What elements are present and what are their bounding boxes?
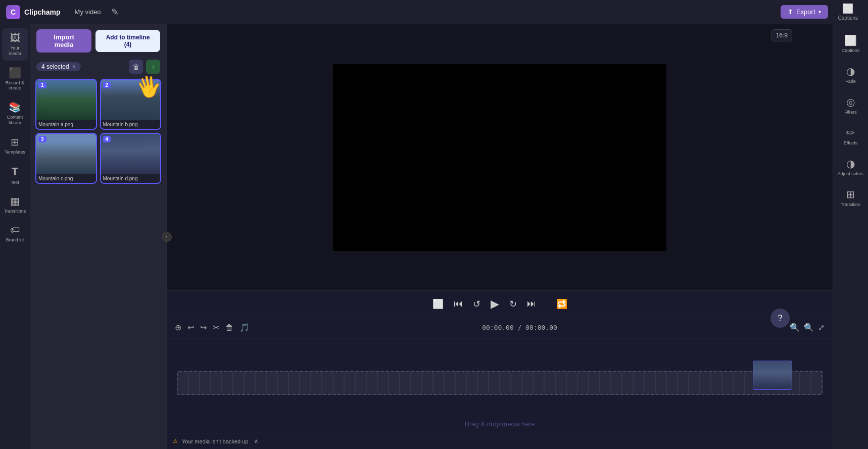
- play-button[interactable]: ▶: [491, 297, 499, 311]
- panel-wrapper: Import media Add to timeline (4) 4 selec…: [30, 24, 167, 449]
- right-tool-adjust-colors[interactable]: ◑ Adjust colors: [835, 154, 866, 180]
- fit-timeline-button[interactable]: ⤢: [818, 323, 825, 332]
- sidebar-label-your-media: Your media: [4, 45, 26, 57]
- selection-actions: 🗑 +: [129, 60, 160, 74]
- add-selection-button[interactable]: +: [146, 60, 160, 74]
- right-sidebar: ⬜ Captions ◑ Fade ◎ Filters ✏ Effects ◑ …: [833, 24, 868, 449]
- sidebar-item-transitions[interactable]: ▦ Transitions: [2, 191, 28, 218]
- logo-icon: C: [6, 5, 20, 19]
- media-grid: 1 Mountain a.png 2 Mountain b.png 3 Moun…: [30, 76, 166, 187]
- add-to-timeline-button[interactable]: Add to timeline (4): [95, 30, 160, 52]
- media-number-3: 3: [38, 136, 46, 142]
- media-item-3[interactable]: 3 Mountain c.png: [35, 133, 97, 184]
- right-tool-effects[interactable]: ✏ Effects: [835, 123, 866, 149]
- timeline-track-area: Drag & drop media here: [167, 338, 833, 433]
- app-logo: C Clipchamp: [6, 5, 61, 19]
- fade-tool-icon: ◑: [846, 65, 855, 77]
- effects-tool-icon: ✏: [846, 127, 855, 139]
- track-pattern: [178, 372, 822, 394]
- effects-tool-label: Effects: [844, 140, 857, 145]
- backup-warning-text: Your media isn't backed up: [182, 438, 248, 444]
- track-background[interactable]: [177, 371, 823, 395]
- rewind-button[interactable]: ↺: [473, 298, 480, 310]
- sidebar-item-text[interactable]: T Text: [2, 161, 28, 189]
- delete-button[interactable]: 🗑: [225, 323, 233, 332]
- right-tool-fade[interactable]: ◑ Fade: [835, 61, 866, 88]
- sidebar-item-brand[interactable]: 🏷 Brand kit: [2, 220, 28, 247]
- captions-icon: ⬜: [842, 3, 853, 14]
- fast-forward-button[interactable]: ↻: [509, 298, 517, 310]
- skip-forward-button[interactable]: ⏭: [527, 298, 536, 309]
- media-number-4: 4: [103, 136, 111, 142]
- time-display: 00:00.00 / 00:00.00: [482, 324, 557, 331]
- your-media-icon: 🖼: [10, 32, 20, 44]
- text-icon: T: [12, 165, 18, 178]
- captions-tool-label: Captions: [842, 48, 860, 53]
- clear-selection-button[interactable]: ×: [72, 63, 76, 70]
- center-content: 16:9 ⬜ ⏮ ↺ ▶ ↻ ⏭ 🔁 ⊕ ↩ ↪ ✂ 🗑 🎵: [167, 24, 833, 449]
- captions-tool[interactable]: ⬜ Captions: [834, 1, 862, 23]
- media-item-1[interactable]: 1 Mountain a.png: [35, 79, 97, 130]
- redo-button[interactable]: ↪: [200, 323, 207, 332]
- backup-dismiss-icon[interactable]: ∧: [254, 438, 258, 444]
- media-item-2[interactable]: 2 Mountain b.png: [100, 79, 162, 130]
- skip-back-button[interactable]: ⏮: [454, 298, 463, 309]
- sidebar-label-record-create: Record & create: [4, 80, 26, 91]
- sidebar-label-templates: Templates: [5, 149, 25, 155]
- drag-drop-hint: Drag & drop media here: [465, 420, 535, 428]
- panel-header: Import media Add to timeline (4): [30, 24, 166, 58]
- help-button[interactable]: ?: [770, 309, 790, 328]
- export-chevron: ▾: [818, 9, 821, 15]
- magnet-button[interactable]: ⊕: [175, 323, 181, 332]
- media-number-2: 2: [103, 82, 111, 88]
- brand-icon: 🏷: [10, 224, 20, 236]
- adjust-colors-tool-icon: ◑: [846, 158, 855, 170]
- sidebar-label-transitions: Transitions: [4, 209, 26, 214]
- backup-warning-icon: ⚠: [173, 438, 178, 444]
- delete-selection-button[interactable]: 🗑: [129, 60, 143, 74]
- sidebar-item-content-library[interactable]: 📚 Content library: [2, 97, 28, 130]
- media-item-4[interactable]: 4 Mountain d.png: [100, 133, 162, 184]
- zoom-in-button[interactable]: 🔍: [804, 323, 814, 332]
- time-separator: /: [518, 324, 526, 331]
- left-sidebar: 🖼 Your media ⬛ Record & create 📚 Content…: [0, 24, 30, 449]
- fade-tool-label: Fade: [845, 79, 856, 84]
- sidebar-item-templates[interactable]: ⊞ Templates: [2, 132, 28, 159]
- timeline-area: ⊕ ↩ ↪ ✂ 🗑 🎵 00:00.00 / 00:00.00 🔍 🔍 ⤢: [167, 317, 833, 433]
- selection-count: 4 selected: [41, 63, 69, 70]
- track-preview-thumbnail: [753, 361, 792, 390]
- project-title[interactable]: My video: [75, 8, 101, 16]
- media-label-1: Mountain a.png: [36, 120, 96, 129]
- undo-button[interactable]: ↩: [187, 323, 194, 332]
- transition-tool-label: Transition: [841, 202, 860, 207]
- sidebar-item-your-media[interactable]: 🖼 Your media: [2, 28, 28, 61]
- import-media-button[interactable]: Import media: [36, 29, 91, 53]
- track-row-video: [177, 371, 823, 401]
- export-icon: ⬆: [788, 8, 793, 16]
- rename-icon[interactable]: ✎: [111, 7, 119, 18]
- sidebar-label-content-library: Content library: [4, 115, 26, 126]
- sidebar-item-record-create[interactable]: ⬛ Record & create: [2, 63, 28, 95]
- content-library-icon: 📚: [9, 101, 21, 113]
- current-time: 00:00.00: [482, 324, 514, 331]
- media-number-1: 1: [38, 82, 46, 88]
- aspect-ratio-button[interactable]: 16:9: [771, 29, 792, 41]
- video-canvas: [333, 64, 666, 251]
- right-tool-filters[interactable]: ◎ Filters: [835, 92, 866, 119]
- timeline-toolbar: ⊕ ↩ ↪ ✂ 🗑 🎵 00:00.00 / 00:00.00 🔍 🔍 ⤢: [167, 317, 833, 338]
- subtitles-button[interactable]: ⬜: [432, 298, 444, 310]
- transition-tool-icon: ⊞: [846, 188, 855, 201]
- audio-button[interactable]: 🎵: [239, 323, 250, 332]
- loop-button[interactable]: 🔁: [556, 298, 567, 310]
- playback-controls: ⬜ ⏮ ↺ ▶ ↻ ⏭ 🔁: [167, 290, 833, 317]
- right-tool-captions[interactable]: ⬜ Captions: [835, 30, 866, 57]
- templates-icon: ⊞: [11, 136, 19, 148]
- cut-button[interactable]: ✂: [213, 323, 219, 332]
- media-label-2: Mountain b.png: [101, 120, 161, 129]
- export-button[interactable]: ⬆ Export ▾: [781, 5, 828, 19]
- zoom-out-button[interactable]: 🔍: [790, 323, 800, 332]
- panel-collapse-button[interactable]: ‹: [162, 232, 172, 242]
- right-tool-transition[interactable]: ⊞ Transition: [835, 184, 866, 211]
- media-label-4: Mountain d.png: [101, 174, 161, 183]
- sidebar-label-text: Text: [11, 180, 19, 185]
